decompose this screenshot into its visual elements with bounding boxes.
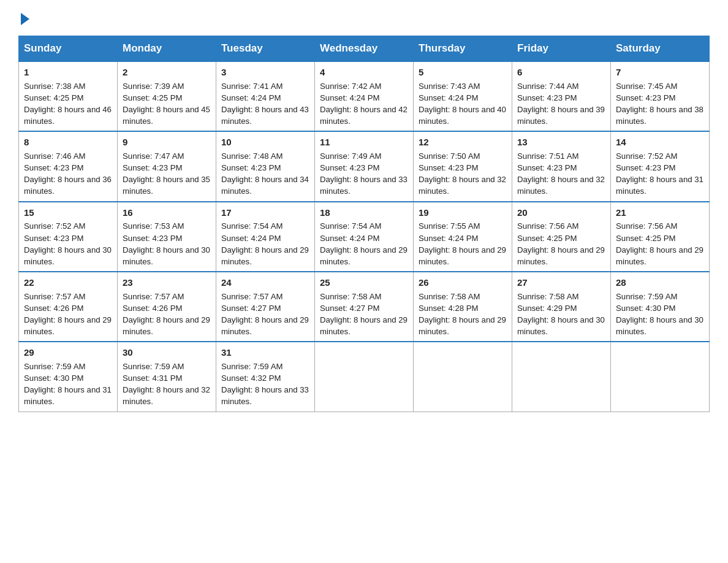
day-number: 31: [221, 346, 309, 359]
day-number: 20: [517, 206, 605, 220]
day-info: Sunrise: 7:53 AMSunset: 4:23 PMDaylight:…: [123, 220, 211, 267]
day-number: 21: [616, 206, 704, 220]
day-info: Sunrise: 7:58 AMSunset: 4:28 PMDaylight:…: [419, 291, 507, 338]
day-info: Sunrise: 7:57 AMSunset: 4:26 PMDaylight:…: [123, 291, 211, 338]
column-header-wednesday: Wednesday: [315, 36, 414, 62]
day-number: 14: [616, 136, 704, 149]
calendar-cell: 19Sunrise: 7:55 AMSunset: 4:24 PMDayligh…: [414, 202, 512, 272]
calendar-cell: 7Sunrise: 7:45 AMSunset: 4:23 PMDaylight…: [611, 61, 710, 131]
calendar-week-row: 1Sunrise: 7:38 AMSunset: 4:25 PMDaylight…: [19, 61, 710, 131]
day-number: 28: [616, 276, 704, 289]
calendar-cell: 4Sunrise: 7:42 AMSunset: 4:24 PMDaylight…: [315, 61, 414, 131]
calendar-table: SundayMondayTuesdayWednesdayThursdayFrid…: [18, 36, 710, 412]
day-info: Sunrise: 7:43 AMSunset: 4:24 PMDaylight:…: [419, 80, 507, 128]
calendar-cell: 25Sunrise: 7:58 AMSunset: 4:27 PMDayligh…: [315, 272, 414, 342]
calendar-cell: 29Sunrise: 7:59 AMSunset: 4:30 PMDayligh…: [19, 342, 118, 412]
day-info: Sunrise: 7:58 AMSunset: 4:27 PMDaylight:…: [320, 291, 408, 338]
calendar-cell: 30Sunrise: 7:59 AMSunset: 4:31 PMDayligh…: [118, 342, 216, 412]
day-number: 13: [517, 136, 605, 149]
day-number: 12: [419, 136, 507, 149]
calendar-cell: 15Sunrise: 7:52 AMSunset: 4:23 PMDayligh…: [19, 202, 118, 272]
calendar-cell: 16Sunrise: 7:53 AMSunset: 4:23 PMDayligh…: [118, 202, 216, 272]
day-info: Sunrise: 7:54 AMSunset: 4:24 PMDaylight:…: [221, 220, 309, 267]
calendar-cell: 24Sunrise: 7:57 AMSunset: 4:27 PMDayligh…: [216, 272, 315, 342]
day-number: 15: [24, 206, 112, 220]
day-number: 26: [419, 276, 507, 289]
calendar-cell: 5Sunrise: 7:43 AMSunset: 4:24 PMDaylight…: [414, 61, 512, 131]
calendar-week-row: 29Sunrise: 7:59 AMSunset: 4:30 PMDayligh…: [19, 342, 710, 412]
day-info: Sunrise: 7:59 AMSunset: 4:30 PMDaylight:…: [616, 291, 704, 338]
calendar-week-row: 15Sunrise: 7:52 AMSunset: 4:23 PMDayligh…: [19, 202, 710, 272]
logo-arrow-icon: [21, 13, 29, 25]
calendar-cell: [414, 342, 512, 412]
calendar-cell: 18Sunrise: 7:54 AMSunset: 4:24 PMDayligh…: [315, 202, 414, 272]
day-number: 9: [123, 136, 211, 149]
calendar-header-row: SundayMondayTuesdayWednesdayThursdayFrid…: [19, 36, 710, 62]
day-number: 7: [616, 66, 704, 79]
calendar-cell: 12Sunrise: 7:50 AMSunset: 4:23 PMDayligh…: [414, 131, 512, 201]
calendar-cell: 11Sunrise: 7:49 AMSunset: 4:23 PMDayligh…: [315, 131, 414, 201]
day-number: 5: [419, 66, 507, 79]
calendar-cell: 3Sunrise: 7:41 AMSunset: 4:24 PMDaylight…: [216, 61, 315, 131]
day-info: Sunrise: 7:39 AMSunset: 4:25 PMDaylight:…: [123, 80, 211, 128]
day-number: 10: [221, 136, 309, 149]
calendar-cell: 20Sunrise: 7:56 AMSunset: 4:25 PMDayligh…: [512, 202, 611, 272]
day-number: 19: [419, 206, 507, 220]
day-info: Sunrise: 7:45 AMSunset: 4:23 PMDaylight:…: [616, 80, 704, 128]
day-info: Sunrise: 7:57 AMSunset: 4:26 PMDaylight:…: [24, 291, 112, 338]
day-info: Sunrise: 7:51 AMSunset: 4:23 PMDaylight:…: [517, 150, 605, 197]
day-number: 22: [24, 276, 112, 289]
day-number: 4: [320, 66, 408, 79]
column-header-saturday: Saturday: [611, 36, 710, 62]
day-number: 27: [517, 276, 605, 289]
calendar-cell: 8Sunrise: 7:46 AMSunset: 4:23 PMDaylight…: [19, 131, 118, 201]
day-number: 8: [24, 136, 112, 149]
day-info: Sunrise: 7:59 AMSunset: 4:31 PMDaylight:…: [123, 361, 211, 408]
day-info: Sunrise: 7:38 AMSunset: 4:25 PMDaylight:…: [24, 80, 112, 128]
day-info: Sunrise: 7:52 AMSunset: 4:23 PMDaylight:…: [616, 150, 704, 197]
day-info: Sunrise: 7:41 AMSunset: 4:24 PMDaylight:…: [221, 80, 309, 128]
calendar-cell: 23Sunrise: 7:57 AMSunset: 4:26 PMDayligh…: [118, 272, 216, 342]
day-number: 29: [24, 346, 112, 359]
calendar-cell: 2Sunrise: 7:39 AMSunset: 4:25 PMDaylight…: [118, 61, 216, 131]
day-number: 23: [123, 276, 211, 289]
day-info: Sunrise: 7:54 AMSunset: 4:24 PMDaylight:…: [320, 220, 408, 267]
calendar-cell: 9Sunrise: 7:47 AMSunset: 4:23 PMDaylight…: [118, 131, 216, 201]
calendar-cell: 26Sunrise: 7:58 AMSunset: 4:28 PMDayligh…: [414, 272, 512, 342]
day-info: Sunrise: 7:47 AMSunset: 4:23 PMDaylight:…: [123, 150, 211, 197]
calendar-cell: 27Sunrise: 7:58 AMSunset: 4:29 PMDayligh…: [512, 272, 611, 342]
day-info: Sunrise: 7:42 AMSunset: 4:24 PMDaylight:…: [320, 80, 408, 128]
day-number: 1: [24, 66, 112, 79]
column-header-monday: Monday: [118, 36, 216, 62]
calendar-cell: 6Sunrise: 7:44 AMSunset: 4:23 PMDaylight…: [512, 61, 611, 131]
day-info: Sunrise: 7:58 AMSunset: 4:29 PMDaylight:…: [517, 291, 605, 338]
day-number: 24: [221, 276, 309, 289]
calendar-cell: [512, 342, 611, 412]
day-number: 3: [221, 66, 309, 79]
calendar-cell: 13Sunrise: 7:51 AMSunset: 4:23 PMDayligh…: [512, 131, 611, 201]
day-info: Sunrise: 7:49 AMSunset: 4:23 PMDaylight:…: [320, 150, 408, 197]
column-header-tuesday: Tuesday: [216, 36, 315, 62]
day-info: Sunrise: 7:56 AMSunset: 4:25 PMDaylight:…: [517, 220, 605, 267]
day-number: 30: [123, 346, 211, 359]
day-number: 6: [517, 66, 605, 79]
calendar-cell: 1Sunrise: 7:38 AMSunset: 4:25 PMDaylight…: [19, 61, 118, 131]
day-number: 11: [320, 136, 408, 149]
column-header-sunday: Sunday: [19, 36, 118, 62]
day-number: 18: [320, 206, 408, 220]
day-info: Sunrise: 7:59 AMSunset: 4:32 PMDaylight:…: [221, 361, 309, 408]
calendar-cell: 10Sunrise: 7:48 AMSunset: 4:23 PMDayligh…: [216, 131, 315, 201]
day-info: Sunrise: 7:50 AMSunset: 4:23 PMDaylight:…: [419, 150, 507, 197]
calendar-cell: 17Sunrise: 7:54 AMSunset: 4:24 PMDayligh…: [216, 202, 315, 272]
calendar-cell: 22Sunrise: 7:57 AMSunset: 4:26 PMDayligh…: [19, 272, 118, 342]
day-info: Sunrise: 7:55 AMSunset: 4:24 PMDaylight:…: [419, 220, 507, 267]
calendar-week-row: 22Sunrise: 7:57 AMSunset: 4:26 PMDayligh…: [19, 272, 710, 342]
day-info: Sunrise: 7:59 AMSunset: 4:30 PMDaylight:…: [24, 361, 112, 408]
calendar-cell: 28Sunrise: 7:59 AMSunset: 4:30 PMDayligh…: [611, 272, 710, 342]
calendar-cell: [611, 342, 710, 412]
day-number: 2: [123, 66, 211, 79]
calendar-week-row: 8Sunrise: 7:46 AMSunset: 4:23 PMDaylight…: [19, 131, 710, 201]
day-number: 25: [320, 276, 408, 289]
day-info: Sunrise: 7:52 AMSunset: 4:23 PMDaylight:…: [24, 220, 112, 267]
day-number: 16: [123, 206, 211, 220]
